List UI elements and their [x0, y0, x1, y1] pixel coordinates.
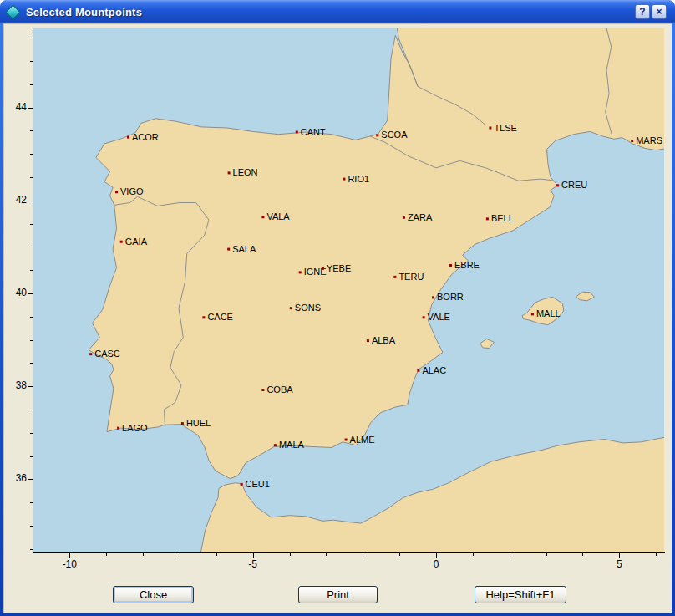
station-marker: [241, 483, 243, 486]
station-label: CACE: [207, 312, 233, 322]
station-CASC: CASC: [89, 349, 120, 359]
station-CEU1: CEU1: [241, 479, 270, 489]
station-BORR: BORR: [432, 292, 464, 302]
y-minor-tick: [30, 247, 33, 247]
help-shortcut-button[interactable]: Help=Shift+F1: [475, 586, 566, 603]
station-marker: [227, 248, 230, 251]
y-minor-tick: [30, 270, 33, 271]
station-label: EBRE: [454, 260, 480, 270]
station-MALA: MALA: [274, 440, 305, 450]
station-marker: [89, 353, 92, 355]
station-label: ALME: [350, 435, 375, 445]
landmass-iberia-france: [89, 28, 664, 479]
close-icon[interactable]: ×: [652, 4, 667, 19]
station-marker: [296, 131, 298, 134]
station-label: GAIA: [125, 237, 148, 247]
y-tick-label: 38: [3, 379, 27, 392]
x-minor-tick: [216, 553, 217, 556]
app-icon: [5, 4, 20, 19]
station-marker: [181, 422, 184, 425]
station-label: VIGO: [120, 186, 144, 196]
station-marker: [489, 127, 491, 130]
station-marker: [631, 140, 633, 142]
y-major-tick: [28, 293, 33, 294]
station-label: ALBA: [372, 335, 396, 345]
station-marker: [261, 389, 264, 391]
station-label: SONS: [295, 303, 321, 313]
station-CACE: CACE: [202, 312, 233, 322]
station-YEBE: YEBE: [322, 263, 351, 273]
x-minor-tick: [473, 553, 474, 556]
y-minor-tick: [30, 177, 33, 178]
station-label: RIO1: [348, 174, 369, 184]
y-tick-label: 36: [3, 472, 27, 485]
print-button[interactable]: Print: [298, 586, 378, 603]
station-label: CASC: [94, 349, 120, 359]
selected-mountpoints-window: Selected Mountpoints ? × ACORCANTSCOATLS…: [0, 0, 675, 616]
y-minor-tick: [30, 38, 33, 38]
station-label: TERU: [398, 272, 424, 282]
station-MARS: MARS: [631, 135, 662, 145]
station-marker: [367, 339, 369, 342]
y-minor-tick: [30, 61, 33, 62]
y-minor-tick: [30, 456, 33, 457]
x-minor-tick: [143, 553, 144, 556]
x-minor-tick: [326, 553, 327, 556]
station-LEON: LEON: [228, 167, 258, 177]
y-minor-tick: [30, 224, 33, 225]
station-MALL: MALL: [531, 308, 561, 318]
x-minor-tick: [290, 553, 291, 556]
station-marker: [299, 271, 302, 273]
station-SCOA: SCOA: [376, 130, 408, 140]
station-VALA: VALA: [261, 211, 290, 221]
x-minor-tick: [582, 553, 583, 556]
x-tick-label: -5: [236, 558, 270, 571]
station-marker: [393, 276, 396, 278]
station-marker: [556, 184, 559, 186]
station-label: CANT: [301, 127, 326, 137]
station-marker: [423, 316, 425, 318]
station-label: CEU1: [246, 479, 270, 489]
help-icon[interactable]: ?: [635, 4, 650, 19]
station-ALAC: ALAC: [417, 365, 446, 375]
station-marker: [345, 439, 348, 441]
title-bar[interactable]: Selected Mountpoints ? ×: [0, 0, 675, 23]
station-COBA: COBA: [261, 384, 293, 395]
station-marker: [290, 307, 292, 309]
dialog-client-area: ACORCANTSCOATLSEMARSLEONRIO1CREUVIGOVALA…: [3, 23, 672, 613]
y-tick-label: 42: [3, 194, 27, 206]
station-marker: [531, 313, 534, 315]
y-minor-tick: [30, 363, 33, 364]
station-TERU: TERU: [393, 272, 424, 282]
station-HUEL: HUEL: [181, 418, 211, 428]
x-minor-tick: [106, 553, 107, 556]
station-LAGO: LAGO: [117, 423, 148, 433]
x-minor-tick: [399, 553, 400, 556]
station-VIGO: VIGO: [115, 186, 144, 196]
station-label: VALE: [428, 312, 450, 322]
station-marker: [127, 136, 129, 139]
station-label: BORR: [437, 292, 464, 302]
station-marker: [120, 241, 123, 243]
station-CREU: CREU: [556, 180, 587, 190]
station-label: MALA: [279, 440, 305, 450]
close-button[interactable]: Close: [113, 586, 194, 603]
station-ZARA: ZARA: [403, 212, 433, 222]
station-label: LEON: [233, 167, 258, 177]
window-title: Selected Mountpoints: [26, 6, 142, 18]
y-minor-tick: [30, 410, 33, 410]
station-marker: [376, 134, 378, 136]
y-minor-tick: [30, 84, 33, 85]
station-ALME: ALME: [345, 435, 375, 445]
station-marker: [274, 444, 277, 446]
y-tick-label: 44: [3, 101, 27, 114]
y-axis-line: [33, 28, 33, 553]
x-tick-label: 5: [602, 558, 636, 571]
station-EBRE: EBRE: [449, 260, 480, 270]
mountpoint-map: ACORCANTSCOATLSEMARSLEONRIO1CREUVIGOVALA…: [33, 28, 664, 552]
station-marker: [115, 191, 118, 193]
station-marker: [403, 216, 405, 219]
station-marker: [417, 369, 419, 372]
y-minor-tick: [30, 502, 33, 503]
station-marker: [432, 296, 434, 298]
